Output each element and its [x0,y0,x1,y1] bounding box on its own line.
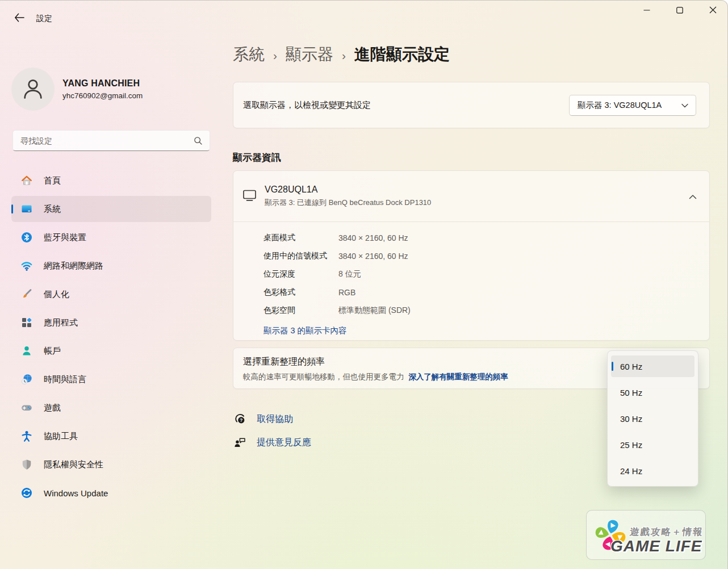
sidebar-item-label: 首頁 [44,175,61,186]
account-icon [20,345,33,357]
refresh-option-25hz[interactable]: 25 Hz [611,434,694,455]
selection-indicator [11,204,13,214]
sidebar-item-bluetooth-devices[interactable]: 藍牙與裝置 [11,224,211,250]
property-label: 桌面模式 [263,233,338,243]
property-row: 使用中的信號模式 3840 × 2160, 60 Hz [263,247,696,265]
display-info-expander[interactable]: VG28UQL1A 顯示器 3: 已連線到 BenQ beCreatus Doc… [233,171,709,222]
sidebar-item-home[interactable]: 首頁 [11,168,211,194]
refresh-option-24hz[interactable]: 24 Hz [611,460,694,482]
user-name: YANG HANCHIEH [62,78,143,89]
close-icon [709,6,717,16]
sidebar-item-time-language[interactable]: 時間與語言 [11,366,211,392]
time-language-icon [20,373,33,386]
chevron-down-icon [681,101,688,110]
search-input[interactable] [13,136,193,145]
gamepad-icon [20,401,33,414]
sidebar-item-windows-update[interactable]: Windows Update [11,480,211,506]
display-select-value: 顯示器 3: VG28UQL1A [578,100,662,111]
property-row: 色彩空間 標準動態範圍 (SDR) [263,302,696,320]
option-label: 60 Hz [620,362,642,371]
feedback-link[interactable]: 提供意見反應 [257,437,311,449]
display-info-card: VG28UQL1A 顯示器 3: 已連線到 BenQ beCreatus Doc… [233,170,710,341]
graphics-properties-link[interactable]: 顯示器 3 的顯示卡內容 [263,325,347,336]
option-label: 50 Hz [620,388,642,398]
apps-icon [20,316,33,329]
monitor-icon [242,189,257,204]
sidebar-item-system[interactable]: 系統 [11,196,211,222]
gamelife-brand: GAME LIFE [610,537,702,555]
select-display-label: 選取顯示器，以檢視或變更其設定 [243,100,569,111]
property-value: 3840 × 2160, 60 Hz [338,233,696,242]
option-label: 24 Hz [620,466,642,476]
search-icon [193,136,203,145]
wifi-icon [20,260,33,272]
maximize-icon [676,6,683,16]
shield-icon [20,458,33,471]
refresh-option-60hz[interactable]: 60 Hz [611,355,694,377]
sidebar-item-personalization[interactable]: 個人化 [11,281,211,307]
back-button[interactable] [10,11,28,26]
sidebar-item-label: 帳戶 [44,346,61,357]
sidebar-item-privacy-security[interactable]: 隱私權與安全性 [11,451,211,478]
avatar [11,68,55,111]
settings-window: 設定 YANG HANCHIEH yhc760902@gmail.com [0,0,728,569]
feedback-icon [233,436,248,449]
display-select-dropdown[interactable]: 顯示器 3: VG28UQL1A [569,95,696,116]
sidebar-item-accessibility[interactable]: 協助工具 [11,423,211,449]
minimize-button[interactable] [634,1,660,21]
learn-more-link[interactable]: 深入了解有關重新整理的頻率 [408,373,508,381]
sidebar-item-label: 個人化 [44,289,69,300]
property-label: 色彩空間 [263,306,338,316]
sidebar-item-apps[interactable]: 應用程式 [11,309,211,336]
refresh-option-50hz[interactable]: 50 Hz [611,382,694,403]
sidebar-item-label: 藍牙與裝置 [44,232,86,243]
option-label: 25 Hz [620,440,642,450]
user-profile[interactable]: YANG HANCHIEH yhc760902@gmail.com [11,68,143,111]
gamelife-tagline: 遊戲攻略＋情報 [629,526,704,538]
sidebar-item-label: 時間與語言 [44,374,86,385]
property-value: 8 位元 [338,269,696,279]
get-help-link[interactable]: 取得協助 [257,413,293,425]
property-value: 3840 × 2160, 60 Hz [338,252,696,261]
person-icon [20,76,45,103]
sidebar-item-label: Windows Update [44,488,108,498]
maximize-button[interactable] [667,1,693,21]
breadcrumb-separator: › [342,47,346,62]
breadcrumb: 系統 › 顯示器 › 進階顯示設定 [233,43,710,66]
property-label: 色彩格式 [263,287,338,298]
page-title: 進階顯示設定 [354,44,450,65]
sidebar-item-gaming[interactable]: 遊戲 [11,395,211,421]
device-connection: 顯示器 3: 已連線到 BenQ beCreatus Dock DP1310 [265,198,689,208]
refresh-rate-description: 較高的速率可更順暢地移動，但也使用更多電力 [243,373,404,381]
accessibility-icon [20,430,33,442]
property-value: RGB [338,288,696,297]
property-row: 色彩格式 RGB [263,283,696,302]
user-email: yhc760902@gmail.com [62,91,143,100]
refresh-option-30hz[interactable]: 30 Hz [611,408,694,429]
close-button[interactable] [700,1,726,21]
sidebar-nav: 首頁 系統 藍牙與裝置 網路和網際網路 [11,168,211,508]
sidebar-item-label: 隱私權與安全性 [44,459,103,470]
minimize-icon [643,6,650,16]
property-label: 位元深度 [263,269,338,279]
breadcrumb-system[interactable]: 系統 [233,44,265,65]
sidebar-item-label: 網路和網際網路 [44,261,103,271]
selection-indicator [612,362,613,371]
breadcrumb-separator: › [273,47,277,62]
sidebar-item-label: 協助工具 [44,431,78,442]
sidebar: YANG HANCHIEH yhc760902@gmail.com 首頁 [0,28,221,569]
sidebar-item-label: 遊戲 [44,403,61,413]
chevron-up-icon[interactable] [689,191,697,202]
sidebar-item-label: 系統 [44,204,61,215]
option-label: 30 Hz [620,414,642,424]
section-title-display-info: 顯示器資訊 [233,151,710,165]
select-display-card: 選取顯示器，以檢視或變更其設定 顯示器 3: VG28UQL1A [233,82,710,128]
bluetooth-icon [20,231,33,244]
property-row: 位元深度 8 位元 [263,265,696,283]
sidebar-item-accounts[interactable]: 帳戶 [11,338,211,364]
sidebar-item-network-internet[interactable]: 網路和網際網路 [11,253,211,279]
display-properties: 桌面模式 3840 × 2160, 60 Hz 使用中的信號模式 3840 × … [233,222,709,336]
update-icon [20,487,33,499]
breadcrumb-display[interactable]: 顯示器 [286,44,333,65]
gamelife-watermark: 遊戲攻略＋情報 GAME LIFE [586,510,706,560]
